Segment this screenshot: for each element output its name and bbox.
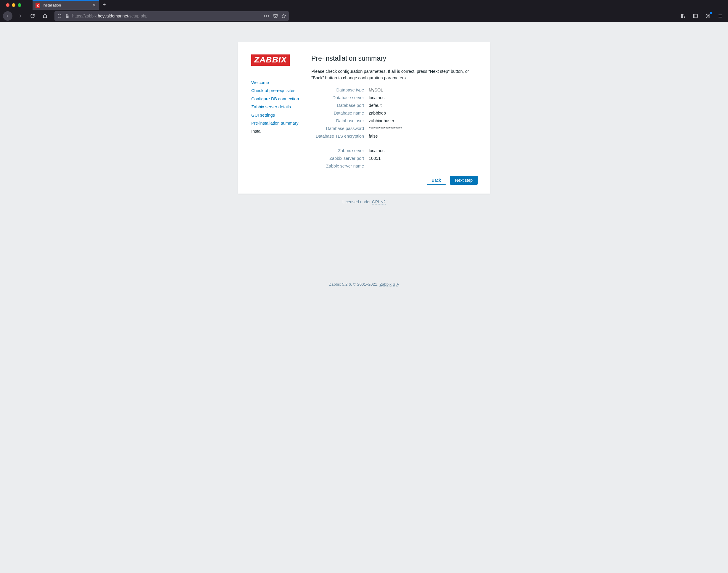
page-body: ZABBIX WelcomeCheck of pre-requisitesCon… bbox=[0, 22, 728, 573]
summary-row: Database password******************** bbox=[311, 124, 478, 132]
setup-step-5[interactable]: Pre-installation summary bbox=[251, 119, 311, 127]
setup-card: ZABBIX WelcomeCheck of pre-requisitesCon… bbox=[238, 42, 490, 194]
summary-value: false bbox=[366, 132, 478, 140]
back-button[interactable]: Back bbox=[427, 176, 446, 185]
browser-tab[interactable]: Z Installation ✕ bbox=[33, 0, 99, 10]
summary-row: Database portdefault bbox=[311, 102, 478, 109]
setup-step-2[interactable]: Configure DB connection bbox=[251, 95, 311, 103]
next-step-button[interactable]: Next step bbox=[450, 176, 478, 185]
new-tab-button[interactable]: + bbox=[99, 0, 109, 10]
summary-label: Database port bbox=[311, 102, 366, 109]
tab-strip: Z Installation ✕ + bbox=[0, 0, 728, 10]
license-text: Licensed under bbox=[343, 200, 371, 205]
tracking-shield-icon[interactable] bbox=[57, 13, 62, 19]
nav-forward-button bbox=[15, 11, 25, 21]
nav-reload-button[interactable] bbox=[28, 11, 37, 21]
svg-rect-0 bbox=[693, 14, 697, 18]
summary-row: Database serverlocalhost bbox=[311, 94, 478, 102]
library-icon[interactable] bbox=[678, 11, 688, 21]
summary-label: Zabbix server bbox=[311, 140, 366, 155]
browser-toolbar: https://zabbix.heyvaldemar.net/setup.php… bbox=[0, 10, 728, 22]
summary-value: MySQL bbox=[366, 86, 478, 94]
setup-steps-list: WelcomeCheck of pre-requisitesConfigure … bbox=[251, 79, 311, 136]
summary-row: Database TLS encryptionfalse bbox=[311, 132, 478, 140]
tab-close-button[interactable]: ✕ bbox=[92, 3, 96, 7]
summary-label: Database user bbox=[311, 117, 366, 124]
svg-point-2 bbox=[707, 15, 709, 16]
summary-value bbox=[366, 162, 478, 170]
summary-row: Database namezabbixdb bbox=[311, 109, 478, 117]
nav-back-button[interactable] bbox=[3, 11, 12, 21]
footer-text: Zabbix 5.2.6. © 2001–2021, bbox=[329, 282, 378, 287]
summary-label: Database password bbox=[311, 124, 366, 132]
summary-row: Zabbix server port10051 bbox=[311, 155, 478, 162]
summary-value: zabbixdb bbox=[366, 109, 478, 117]
page-title: Pre-installation summary bbox=[311, 54, 478, 62]
license-line: Licensed under GPL v2 bbox=[343, 200, 385, 205]
summary-row: Zabbix server name bbox=[311, 162, 478, 170]
summary-row: Database userzabbixdbuser bbox=[311, 117, 478, 124]
url-text: https://zabbix.heyvaldemar.net/setup.php bbox=[72, 14, 261, 18]
summary-value: localhost bbox=[366, 94, 478, 102]
summary-value: localhost bbox=[366, 140, 478, 155]
window-close-button[interactable] bbox=[6, 3, 9, 7]
zabbix-logo: ZABBIX bbox=[251, 54, 290, 66]
url-bar[interactable]: https://zabbix.heyvaldemar.net/setup.php… bbox=[54, 11, 289, 21]
app-menu-icon[interactable] bbox=[716, 11, 725, 21]
browser-chrome: Z Installation ✕ + https://zabbix.hey bbox=[0, 0, 728, 22]
summary-value: 10051 bbox=[366, 155, 478, 162]
summary-label: Database server bbox=[311, 94, 366, 102]
window-controls bbox=[3, 0, 24, 10]
footer-link[interactable]: Zabbix SIA bbox=[379, 282, 399, 287]
tab-favicon: Z bbox=[36, 3, 40, 8]
toolbar-right bbox=[678, 11, 725, 21]
summary-value: zabbixdbuser bbox=[366, 117, 478, 124]
license-link[interactable]: GPL v2 bbox=[372, 200, 385, 205]
summary-label: Zabbix server name bbox=[311, 162, 366, 170]
summary-row: Database typeMySQL bbox=[311, 86, 478, 94]
setup-sidebar: ZABBIX WelcomeCheck of pre-requisitesCon… bbox=[238, 42, 311, 194]
footer-line: Zabbix 5.2.6. © 2001–2021, Zabbix SIA bbox=[329, 282, 399, 287]
summary-table: Database typeMySQLDatabase serverlocalho… bbox=[311, 86, 478, 170]
summary-row: Zabbix serverlocalhost bbox=[311, 140, 478, 155]
account-icon[interactable] bbox=[703, 11, 713, 21]
summary-label: Database name bbox=[311, 109, 366, 117]
setup-step-4[interactable]: GUI settings bbox=[251, 111, 311, 119]
pocket-icon[interactable] bbox=[273, 13, 278, 19]
intro-text: Please check configuration parameters. I… bbox=[311, 68, 478, 82]
setup-main: Pre-installation summary Please check co… bbox=[311, 42, 490, 194]
setup-step-1[interactable]: Check of pre-requisites bbox=[251, 87, 311, 95]
nav-home-button[interactable] bbox=[40, 11, 50, 21]
summary-label: Database type bbox=[311, 86, 366, 94]
setup-step-6: Install bbox=[251, 127, 311, 135]
summary-label: Database TLS encryption bbox=[311, 132, 366, 140]
page-actions-icon[interactable]: ••• bbox=[264, 14, 270, 18]
summary-value: default bbox=[366, 102, 478, 109]
setup-step-3[interactable]: Zabbix server details bbox=[251, 103, 311, 111]
sidebar-icon[interactable] bbox=[691, 11, 700, 21]
window-maximize-button[interactable] bbox=[18, 3, 21, 7]
notification-dot bbox=[710, 12, 712, 14]
summary-label: Zabbix server port bbox=[311, 155, 366, 162]
bookmark-star-icon[interactable] bbox=[281, 13, 287, 19]
setup-step-0[interactable]: Welcome bbox=[251, 79, 311, 87]
window-minimize-button[interactable] bbox=[12, 3, 15, 7]
tls-lock-icon[interactable] bbox=[64, 13, 70, 19]
tab-title: Installation bbox=[43, 3, 61, 7]
summary-value: ******************** bbox=[366, 124, 478, 132]
wizard-actions: Back Next step bbox=[311, 176, 478, 185]
